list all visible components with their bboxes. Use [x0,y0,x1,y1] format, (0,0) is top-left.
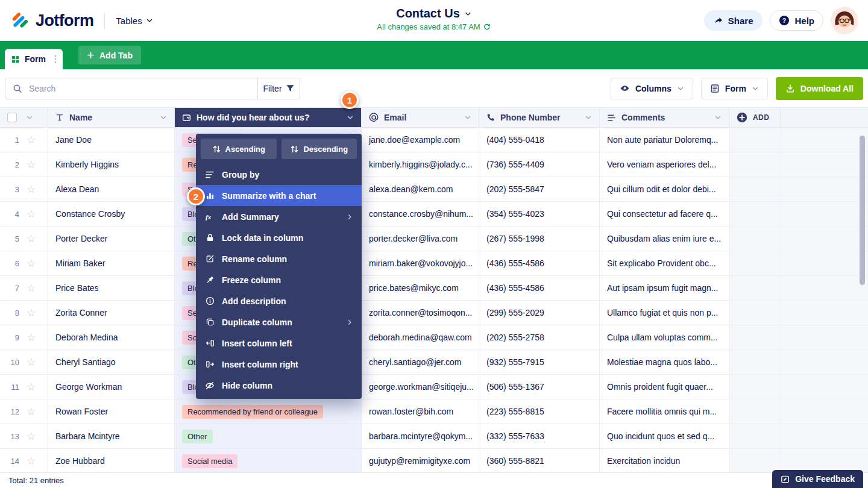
give-feedback-button[interactable]: Give Feedback [772,470,863,488]
cell-email[interactable]: george.workman@sitiqeju... [362,375,479,399]
cell-phone[interactable]: (354) 555-4023 [479,202,600,227]
cell-name[interactable]: Zoe Hubbard [48,449,175,472]
cell-phone[interactable]: (506) 555-1367 [479,375,600,399]
cell-name[interactable]: Cheryl Santiago [48,350,175,375]
cell-phone[interactable]: (223) 555-8815 [479,399,600,424]
star-icon[interactable]: ☆ [27,184,36,195]
chevron-down-icon[interactable] [160,114,167,121]
star-icon[interactable]: ☆ [27,333,36,343]
row-selector-cell[interactable]: 12 ☆ [0,399,48,424]
row-selector-cell[interactable]: 14 ☆ [0,449,48,472]
cell-phone[interactable]: (404) 555-0418 [479,128,600,152]
row-selector-cell[interactable]: 4 ☆ [0,202,48,227]
cell-email[interactable]: miriam.baker@vokovojyjo... [362,251,479,276]
cell-email[interactable]: price.bates@mikyc.com [362,276,479,301]
help-button[interactable]: ? Help [770,10,823,31]
cell-name[interactable]: George Workman [48,375,175,399]
cell-email[interactable]: rowan.foster@bih.com [362,399,479,424]
cell-hear-about-us[interactable]: Other [175,424,362,449]
star-icon[interactable]: ☆ [27,456,36,466]
cell-phone[interactable]: (267) 555-1998 [479,227,600,251]
cell-phone[interactable]: (360) 555-8821 [479,449,600,472]
row-selector-cell[interactable]: 1 ☆ [0,128,48,152]
cell-phone[interactable]: (436) 555-4586 [479,251,600,276]
cell-comments[interactable]: Vero veniam asperiores del... [600,152,729,177]
cell-comments[interactable]: Culpa ullam voluptas comm... [600,325,729,350]
cell-comments[interactable]: Aut ipsam ipsum fugit magn... [600,276,729,301]
star-icon[interactable]: ☆ [27,234,36,244]
cell-hear-about-us[interactable]: Recommended by friend or colleague [175,399,362,424]
star-icon[interactable]: ☆ [27,431,36,442]
menu-item-lock-data-in-column[interactable]: Lock data in column [196,227,362,248]
sort-ascending-button[interactable]: Ascending [201,139,277,159]
star-icon[interactable]: ☆ [27,160,36,170]
cell-hear-about-us[interactable]: Social media [175,449,362,472]
document-title[interactable]: Contact Us [377,7,491,20]
star-icon[interactable]: ☆ [27,283,36,293]
row-selector-cell[interactable]: 9 ☆ [0,325,48,350]
menu-item-summarize-with-chart[interactable]: Summarize with a chart [196,185,362,206]
cell-comments[interactable]: Facere mollitia omnis qui m... [600,399,729,424]
avatar[interactable] [831,7,858,34]
chevron-down-icon[interactable] [347,114,354,121]
star-icon[interactable]: ☆ [27,135,36,145]
cell-comments[interactable]: Omnis proident fugit quaer... [600,375,729,399]
menu-item-insert-column-left[interactable]: Insert column left [196,333,362,354]
cell-phone[interactable]: (332) 555-7633 [479,424,600,449]
cell-email[interactable]: deborah.medina@qaw.com [362,325,479,350]
form-view-button[interactable]: Form [701,78,768,99]
cell-name[interactable]: Jane Doe [48,128,175,152]
cell-name[interactable]: Rowan Foster [48,399,175,424]
refresh-icon[interactable] [483,23,491,31]
cell-phone[interactable]: (202) 555-5847 [479,177,600,202]
cell-name[interactable]: Zorita Conner [48,301,175,325]
sort-descending-button[interactable]: Descending [281,139,357,159]
star-icon[interactable]: ☆ [27,258,36,269]
menu-item-duplicate-column[interactable]: Duplicate column [196,311,362,333]
cell-email[interactable]: constance.crosby@nihum... [362,202,479,227]
row-selector-cell[interactable]: 10 ☆ [0,350,48,375]
kebab-icon[interactable] [54,54,57,64]
row-selector-cell[interactable]: 3 ☆ [0,177,48,202]
cell-name[interactable]: Porter Decker [48,227,175,251]
cell-phone[interactable]: (436) 555-4586 [479,276,600,301]
filter-button[interactable]: Filter [257,78,300,99]
select-all-checkbox[interactable] [7,113,17,122]
column-header-email[interactable]: Email [362,108,479,127]
cell-name[interactable]: Kimberly Higgins [48,152,175,177]
cell-comments[interactable]: Non aute pariatur Doloremq... [600,128,729,152]
share-button[interactable]: Share [704,10,763,31]
star-icon[interactable]: ☆ [27,209,36,219]
column-header-name[interactable]: Name [48,108,175,127]
cell-comments[interactable]: Molestiae magna quos labo... [600,350,729,375]
cell-email[interactable]: zorita.conner@tosimoqon... [362,301,479,325]
row-selector-cell[interactable]: 5 ☆ [0,227,48,251]
row-selector-cell[interactable]: 8 ☆ [0,301,48,325]
menu-item-group-by[interactable]: Group by [196,164,362,185]
row-selector-cell[interactable]: 7 ☆ [0,276,48,301]
cell-comments[interactable]: Sit explicabo Provident obc... [600,251,729,276]
star-icon[interactable]: ☆ [27,308,36,318]
menu-item-add-summary[interactable]: fx Add Summary [196,206,362,227]
cell-phone[interactable]: (299) 555-2029 [479,301,600,325]
chevron-down-icon[interactable] [714,114,722,121]
cell-name[interactable]: Alexa Dean [48,177,175,202]
cell-email[interactable]: alexa.dean@kem.com [362,177,479,202]
menu-item-add-description[interactable]: Add description [196,290,362,311]
menu-item-rename-column[interactable]: Rename column [196,248,362,269]
chevron-down-icon[interactable] [464,114,471,121]
vertical-scrollbar-thumb[interactable] [860,136,865,285]
cell-phone[interactable]: (736) 555-4409 [479,152,600,177]
columns-button[interactable]: Columns [611,78,693,99]
chevron-down-icon[interactable] [26,114,33,121]
cell-name[interactable]: Constance Crosby [48,202,175,227]
star-icon[interactable]: ☆ [27,382,36,392]
download-all-button[interactable]: Download All [776,77,863,100]
tables-menu-button[interactable]: Tables [115,13,154,28]
column-header-comments[interactable]: Comments [600,108,729,127]
cell-comments[interactable]: Exercitation incidun [600,449,729,472]
cell-name[interactable]: Barbara Mcintyre [48,424,175,449]
cell-email[interactable]: kimberly.higgins@jolady.c... [362,152,479,177]
cell-comments[interactable]: Quibusdam alias enim iure e... [600,227,729,251]
cell-comments[interactable]: Quo incidunt quos et sed q... [600,424,729,449]
